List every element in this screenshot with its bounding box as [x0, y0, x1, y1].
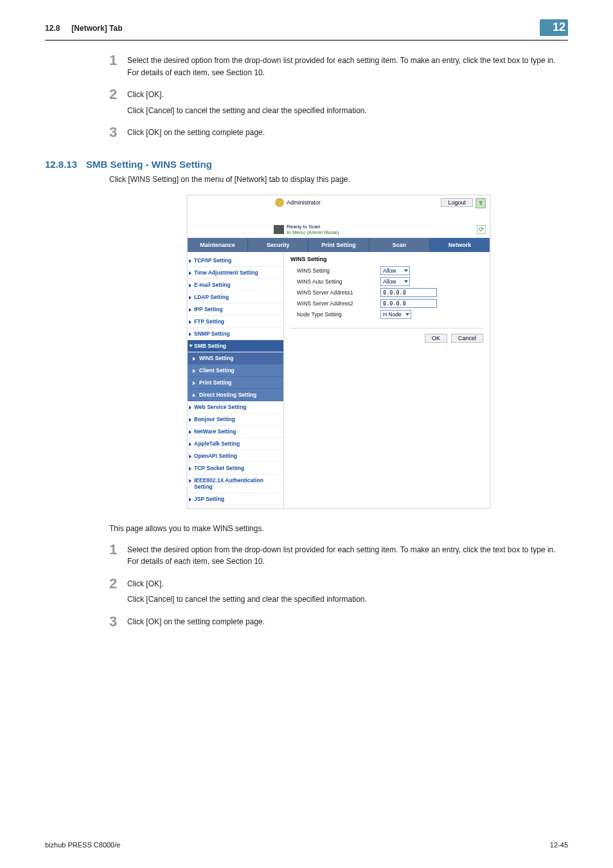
admin-label: Administrator [287, 199, 321, 206]
chevron-icon [193, 393, 195, 397]
step-text: Click [Cancel] to cancel the setting and… [127, 593, 367, 606]
nav-item-openapi-setting[interactable]: OpenAPI Setting [188, 450, 283, 462]
nav-item-appletalk-setting[interactable]: AppleTalk Setting [188, 438, 283, 450]
tab-network[interactable]: Network [430, 238, 490, 252]
nav-item-tcp-socket-setting[interactable]: TCP Socket Setting [188, 462, 283, 475]
step-text: Click [Cancel] to cancel the setting and… [127, 105, 367, 117]
step-number: 1 [109, 541, 127, 558]
nav-item-e-mail-setting[interactable]: E-mail Setting [188, 279, 283, 291]
nav-item-ieee802-1x-authentication-setting[interactable]: IEEE802.1X Authentication Setting [188, 475, 283, 493]
embedded-screenshot: Administrator Logout ? Ready to Scan In … [187, 195, 490, 509]
tab-scan[interactable]: Scan [369, 238, 430, 252]
setting-label: Node Type Setting [290, 311, 380, 318]
chevron-icon [189, 418, 191, 422]
nav-item-time-adjustment-setting[interactable]: Time Adjustment Setting [188, 267, 283, 279]
subsection-number: 12.8.13 [45, 159, 77, 170]
chevron-icon [193, 381, 195, 385]
subsection-intro: Click [WINS Setting] on the menu of [Net… [109, 174, 568, 186]
input-wins-server-address1[interactable] [380, 288, 437, 297]
nav-item-tcp-ip-setting[interactable]: TCP/IP Setting [188, 255, 283, 267]
para-after-scr: This page allows you to make WINS settin… [109, 523, 568, 535]
header-rule [45, 40, 568, 41]
nav-label: WINS Setting [199, 355, 233, 361]
header-section: 12.8 [45, 24, 60, 33]
step-number: 3 [109, 124, 127, 141]
tab-maintenance[interactable]: Maintenance [188, 238, 248, 252]
ok-button[interactable]: OK [425, 334, 447, 343]
nav-label: Print Setting [199, 379, 232, 386]
input-wins-server-address2[interactable] [380, 299, 437, 308]
user-icon [275, 198, 284, 207]
nav-label: NetWare Setting [194, 428, 236, 435]
setting-label: WINS Setting [290, 267, 380, 274]
nav-label: TCP Socket Setting [194, 465, 244, 471]
nav-sub-wins-setting[interactable]: WINS Setting [188, 352, 283, 365]
chevron-icon [189, 455, 191, 458]
ready-status: Ready to Scan [287, 224, 339, 230]
tab-print-setting[interactable]: Print Setting [308, 238, 369, 252]
cancel-button[interactable]: Cancel [451, 334, 483, 343]
header-title: [Network] Tab [71, 24, 122, 33]
chevron-icon [189, 430, 191, 434]
chevron-icon [189, 296, 191, 300]
step-number: 2 [109, 86, 127, 103]
nav-sub-client-setting[interactable]: Client Setting [188, 365, 283, 377]
subsection-title: SMB Setting - WINS Setting [86, 159, 212, 170]
nav-item-ldap-setting[interactable]: LDAP Setting [188, 291, 283, 303]
step-text: Click [OK]. [127, 578, 367, 590]
chevron-icon [189, 284, 191, 287]
nav-label: SNMP Setting [194, 330, 230, 337]
tab-security[interactable]: Security [248, 238, 308, 252]
help-button[interactable]: ? [475, 198, 486, 208]
nav-label: TCP/IP Setting [194, 257, 231, 264]
step-text: Select the desired option from the drop-… [127, 55, 568, 78]
nav-sub-print-setting[interactable]: Print Setting [188, 377, 283, 389]
step-text: Click [OK] on the setting complete page. [127, 127, 265, 139]
admin-mode-link[interactable]: In Menu (Admin Mode) [287, 230, 339, 235]
select-wins-setting[interactable]: Allow [380, 266, 410, 275]
nav-sub-direct-hosting-setting[interactable]: Direct Hosting Setting [188, 389, 283, 401]
nav-label: OpenAPI Setting [194, 453, 237, 459]
select-wins-auto-setting[interactable]: Allow [380, 277, 410, 286]
nav-item-ftp-setting[interactable]: FTP Setting [188, 316, 283, 328]
logout-button[interactable]: Logout [441, 198, 473, 207]
nav-item-web-service-setting[interactable]: Web Service Setting [188, 401, 283, 413]
nav-item-smb-setting[interactable]: SMB Setting [188, 340, 283, 352]
setting-label: WINS Auto Setting [290, 278, 380, 285]
step-text: Select the desired option from the drop-… [127, 544, 568, 568]
refresh-button[interactable]: ⟳ [477, 225, 486, 234]
chevron-icon [189, 271, 191, 275]
footer-right: 12-45 [550, 841, 568, 849]
nav-label: Time Adjustment Setting [194, 269, 258, 276]
main-heading: WINS Setting [290, 256, 483, 262]
nav-item-snmp-setting[interactable]: SNMP Setting [188, 328, 283, 340]
chevron-icon [189, 308, 191, 312]
step-number: 3 [109, 613, 127, 630]
chevron-icon [189, 467, 191, 471]
chevron-icon [189, 498, 191, 502]
step-number: 2 [109, 575, 127, 592]
nav-label: Direct Hosting Setting [199, 392, 256, 398]
nav-label: LDAP Setting [194, 294, 229, 300]
nav-label: IEEE802.1X Authentication Setting [194, 477, 263, 490]
setting-label: WINS Server Address1 [290, 289, 380, 296]
chapter-badge: 12 [540, 19, 568, 36]
nav-label: AppleTalk Setting [194, 440, 240, 447]
chevron-icon [189, 479, 191, 483]
nav-item-netware-setting[interactable]: NetWare Setting [188, 426, 283, 438]
nav-item-bonjour-setting[interactable]: Bonjour Setting [188, 413, 283, 426]
chevron-icon [189, 320, 191, 324]
printer-icon [274, 225, 284, 234]
nav-item-jsp-setting[interactable]: JSP Setting [188, 493, 283, 505]
nav-item-ipp-setting[interactable]: IPP Setting [188, 303, 283, 316]
select-node-type-setting[interactable]: H Node [380, 310, 411, 319]
setting-label: WINS Server Address2 [290, 300, 380, 307]
footer-left: bizhub PRESS C8000/e [45, 841, 120, 849]
nav-label: FTP Setting [194, 318, 224, 325]
chevron-icon [189, 406, 191, 410]
chevron-icon [193, 369, 195, 373]
chevron-icon [189, 259, 191, 263]
step-number: 1 [109, 52, 127, 69]
chevron-icon [193, 357, 195, 361]
chevron-icon [189, 345, 193, 349]
